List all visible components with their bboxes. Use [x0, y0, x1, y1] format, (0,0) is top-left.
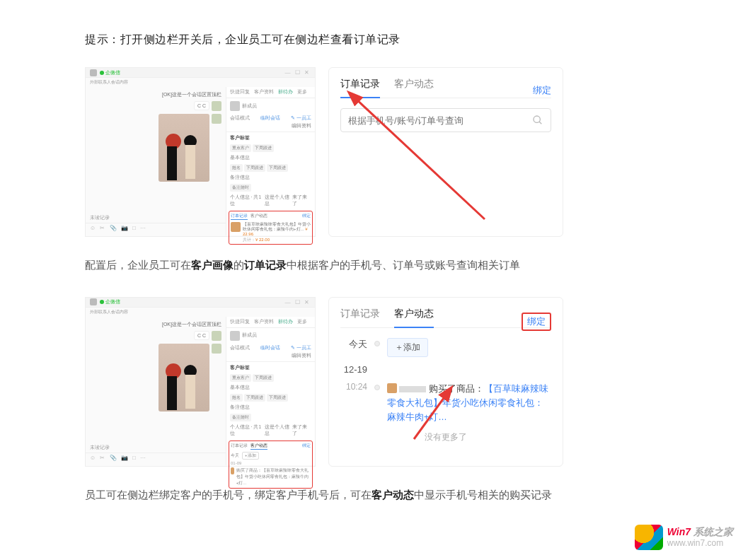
svg-line-3 — [414, 395, 446, 439]
description-1: 配置后，企业员工可在客户画像的订单记录中根据客户的手机号、订单号或账号查询相关订… — [85, 255, 658, 276]
row-1: 企微信 — ☐ ✕ 外部联系人会话内容 [OK]这是一个会话区置顶栏 C C 未… — [85, 67, 658, 237]
svg-point-0 — [534, 116, 540, 122]
red-arrow-icon — [407, 390, 478, 446]
timeline-date-label: 12-19 — [340, 364, 374, 375]
chat-screenshot-1: 企微信 — ☐ ✕ 外部联系人会话内容 [OK]这是一个会话区置顶栏 C C 未… — [85, 67, 316, 237]
window-controls-icon: — ☐ ✕ — [285, 69, 311, 76]
add-note-button[interactable]: ＋添加 — [387, 338, 428, 357]
red-arrow-icon — [343, 92, 499, 226]
bind-link-2[interactable]: 绑定 — [522, 313, 551, 331]
chat-screenshot-2: 企微信 — ☐ ✕ 外部联系人会话内容 [OK]这是一个会话区置顶栏 C C 未… — [85, 297, 316, 467]
timeline-today-label: 今天 — [340, 338, 374, 351]
windows-flag-icon — [635, 525, 663, 550]
search-icon — [532, 115, 543, 126]
avatar-icon — [387, 383, 397, 393]
tab-order-record-2[interactable]: 订单记录 — [340, 308, 380, 327]
row-2: 企微信 — ☐ ✕ 外部联系人会话内容 [OK]这是一个会话区置顶栏 C C 未… — [85, 297, 658, 467]
tab-customer-feed-2[interactable]: 客户动态 — [394, 308, 434, 327]
order-record-panel: 订单记录 客户动态 绑定 — [328, 67, 563, 237]
tip-text: 提示：打开侧边栏开关后，企业员工可在侧边栏查看订单记录 — [85, 33, 658, 47]
window-controls-icon: — ☐ ✕ — [285, 299, 311, 305]
watermark-logo: Win7 系统之家 www.win7.com — [635, 525, 733, 550]
svg-line-2 — [356, 99, 485, 219]
bind-link[interactable]: 绑定 — [533, 84, 551, 97]
timeline-time-label: 10:24 — [340, 382, 374, 392]
description-2: 员工可在侧边栏绑定客户的手机号，绑定客户手机号后，可在客户动态中显示手机号相关的… — [85, 485, 658, 506]
svg-line-1 — [539, 122, 541, 124]
customer-feed-panel: 订单记录 客户动态 绑定 今天 ＋添加 12-19 10:24 — [328, 297, 563, 467]
